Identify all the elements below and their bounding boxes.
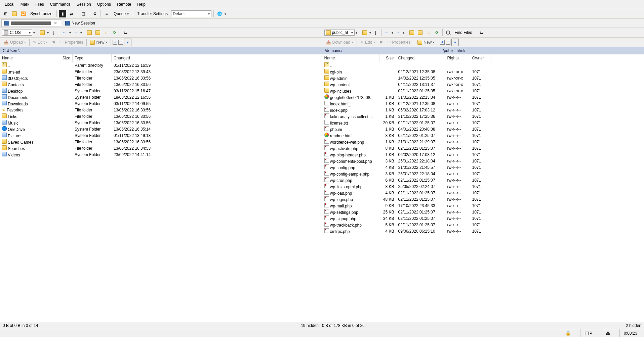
filter-icon[interactable]: [ bbox=[50, 29, 57, 36]
list-item[interactable]: wordfence-waf.php1 KB31/01/2022 21:29:07… bbox=[322, 139, 644, 145]
home-icon[interactable]: ⌂ bbox=[425, 29, 432, 36]
new-session-button[interactable]: New Session bbox=[63, 20, 98, 27]
console-icon[interactable]: ▮ bbox=[59, 10, 66, 17]
connection-icon[interactable]: 🖧 bbox=[602, 329, 614, 337]
delete-button[interactable]: ✖ bbox=[378, 39, 385, 45]
chevron-down-icon[interactable]: ▾ bbox=[80, 31, 82, 35]
open-folder-icon[interactable] bbox=[39, 29, 46, 36]
list-item[interactable]: wp-activate.php8 KB02/11/2022 01:25:07rw… bbox=[322, 145, 644, 151]
menu-options[interactable]: Options bbox=[94, 1, 114, 8]
props-button[interactable]: ⬚ Properties bbox=[386, 39, 412, 45]
edit-button[interactable]: ✎ Edit ▾ bbox=[31, 39, 49, 45]
list-item[interactable]: SearchesFile folder13/06/2022 16:34:53 bbox=[0, 145, 322, 151]
list-item[interactable]: xmlrpc.php4 KB09/06/2020 06:25:10rw-r--r… bbox=[322, 228, 644, 234]
toggle-icon[interactable]: ⇄ bbox=[68, 10, 75, 17]
remote-file-list[interactable]: .. cgi-bin02/12/2021 12:35:08rwxr-xr-x10… bbox=[322, 62, 644, 322]
upload-button[interactable]: 📤 Upload ▾ bbox=[2, 39, 28, 45]
transfer-settings-combo[interactable]: Default▾ bbox=[171, 10, 211, 17]
find-icon[interactable] bbox=[444, 29, 452, 36]
find-files-button[interactable]: Find Files bbox=[453, 30, 474, 36]
plus-button[interactable]: + bbox=[113, 40, 117, 45]
col-name[interactable]: Name bbox=[0, 54, 57, 62]
list-item[interactable]: php.ini1 KB04/01/2022 20:48:38rw-r--r--1… bbox=[322, 126, 644, 132]
list-item[interactable]: .ms-adFile folder23/08/2022 13:39:43 bbox=[0, 68, 322, 75]
col-size[interactable]: Size bbox=[57, 54, 73, 62]
root-dir-icon[interactable] bbox=[416, 29, 424, 36]
minus-button[interactable]: − bbox=[446, 40, 450, 45]
chevron-down-icon[interactable]: ▾ bbox=[356, 31, 357, 35]
back-button[interactable]: ← bbox=[61, 29, 68, 36]
chevron-down-icon[interactable]: ▾ bbox=[392, 31, 393, 35]
menu-commands[interactable]: Commands bbox=[47, 1, 73, 8]
parent-dir-icon[interactable] bbox=[408, 29, 415, 36]
col-rights[interactable]: Rights bbox=[445, 54, 470, 62]
sync-icon[interactable]: 🔁 bbox=[19, 10, 27, 17]
list-item[interactable]: wp-content04/11/2022 13:11:37rwxr-xr-x10… bbox=[322, 81, 644, 88]
list-item[interactable]: wp-links-opml.php3 KB25/05/2022 02:24:07… bbox=[322, 183, 644, 190]
list-item[interactable]: license.txt20 KB02/11/2022 01:25:07rw-r-… bbox=[322, 119, 644, 126]
col-type[interactable]: Type bbox=[73, 54, 112, 62]
list-item[interactable]: LinksFile folder13/06/2022 16:33:56 bbox=[0, 113, 322, 119]
list-item[interactable]: wp-config-sample.php3 KB25/01/2022 22:18… bbox=[322, 171, 644, 177]
minus-button[interactable]: − bbox=[118, 40, 123, 45]
queue-icon[interactable]: ≡ bbox=[103, 10, 110, 17]
filter-toggle[interactable]: ▾ bbox=[451, 39, 459, 46]
list-item[interactable]: MusicSystem Folder13/06/2022 16:33:56 bbox=[0, 119, 322, 126]
list-item[interactable]: wp-signup.php34 KB02/11/2022 01:25:07rw-… bbox=[322, 215, 644, 222]
list-item[interactable]: ..Parent directory01/11/2022 12:16:59 bbox=[0, 62, 322, 68]
list-item[interactable]: cgi-bin02/12/2021 12:35:08rwxr-xr-x1071 bbox=[322, 68, 644, 75]
open-folder-icon[interactable] bbox=[361, 29, 368, 36]
col-name[interactable]: Name bbox=[322, 54, 379, 62]
filter-icon[interactable]: [ bbox=[372, 29, 379, 36]
globe-icon[interactable]: 🌐 bbox=[216, 10, 223, 17]
menu-remote[interactable]: Remote bbox=[114, 1, 134, 8]
chevron-down-icon[interactable]: ▾ bbox=[33, 31, 35, 35]
chevron-down-icon[interactable]: ▾ bbox=[47, 31, 49, 35]
list-item[interactable]: wp-blog-header.php1 KB06/02/2020 17:03:1… bbox=[322, 151, 644, 158]
list-item[interactable]: wp-trackback.php5 KB02/11/2022 01:25:07r… bbox=[322, 222, 644, 228]
lock-status[interactable]: 🔒 bbox=[561, 329, 575, 337]
list-item[interactable]: index.html_1 KB02/12/2021 12:35:08rw-r--… bbox=[322, 100, 644, 107]
close-icon[interactable]: ✕ bbox=[53, 21, 58, 26]
list-item[interactable]: 3D ObjectsFile folder13/06/2022 16:33:56 bbox=[0, 75, 322, 81]
menu-local[interactable]: Local bbox=[2, 1, 17, 8]
list-item[interactable]: wp-mail.php9 KB17/10/2022 23:45:33rw-r--… bbox=[322, 202, 644, 209]
list-item[interactable]: ★ FavoritesFile folder13/06/2022 16:33:5… bbox=[0, 107, 322, 113]
list-item[interactable]: ContactsFile folder13/06/2022 16:33:56 bbox=[0, 81, 322, 88]
layout-icon[interactable]: ◫ bbox=[79, 10, 87, 17]
list-item[interactable]: DesktopSystem Folder03/11/2022 15:16:47 bbox=[0, 88, 322, 94]
compare-icon[interactable]: ⊞ bbox=[2, 10, 9, 17]
refresh-icon[interactable]: ⟳ bbox=[111, 29, 118, 36]
list-item[interactable]: Saved GamesFile folder13/06/2022 16:33:5… bbox=[0, 139, 322, 145]
list-item[interactable]: DocumentsSystem Folder18/08/2022 12:16:5… bbox=[0, 94, 322, 100]
list-item[interactable]: wp-includes02/11/2022 01:25:05rwxr-xr-x1… bbox=[322, 88, 644, 94]
menu-files[interactable]: Files bbox=[33, 1, 46, 8]
plus-button[interactable]: + bbox=[440, 40, 445, 45]
gear-icon[interactable]: ⚙ bbox=[91, 10, 98, 17]
list-item[interactable]: wp-config.php4 KB31/01/2022 21:45:57rw-r… bbox=[322, 164, 644, 171]
list-item[interactable]: koko-analytics-collect....1 KB31/10/2022… bbox=[322, 113, 644, 119]
list-item[interactable]: wp-admin14/02/2022 12:35:05rwxr-xr-x1071 bbox=[322, 75, 644, 81]
drive-combo[interactable]: C: OS▾ bbox=[2, 30, 32, 36]
list-item[interactable]: wp-comments-post.php3 KB25/01/2022 22:18… bbox=[322, 158, 644, 164]
list-item[interactable]: PicturesSystem Folder01/11/2022 13:49:13 bbox=[0, 132, 322, 139]
list-item[interactable]: OneDriveSystem Folder13/06/2022 16:35:14 bbox=[0, 126, 322, 132]
col-changed[interactable]: Changed bbox=[396, 54, 445, 62]
filter-toggle[interactable]: ▾ bbox=[124, 39, 131, 46]
list-item[interactable]: readme.html8 KB02/11/2022 01:25:07rw-r--… bbox=[322, 132, 644, 139]
list-item[interactable]: DownloadsSystem Folder03/11/2022 14:09:5… bbox=[0, 100, 322, 107]
list-item[interactable]: wp-login.php48 KB02/11/2022 01:25:07rw-r… bbox=[322, 196, 644, 202]
menu-mark[interactable]: Mark bbox=[18, 1, 32, 8]
session-tab-active[interactable]: ✕ bbox=[1, 19, 61, 27]
list-item[interactable]: wp-settings.php25 KB02/11/2022 01:25:07r… bbox=[322, 209, 644, 215]
new-button[interactable]: New ▾ bbox=[416, 39, 436, 45]
col-size[interactable]: Size bbox=[379, 54, 396, 62]
list-item[interactable]: index.php1 KB06/02/2020 17:03:12rw-r--r-… bbox=[322, 107, 644, 113]
remote-path[interactable]: /domains/ /public_html/ bbox=[322, 47, 644, 54]
refresh-icon[interactable]: ⟳ bbox=[433, 29, 441, 36]
list-item[interactable]: wp-load.php4 KB02/11/2022 01:25:07rw-r--… bbox=[322, 190, 644, 196]
chevron-down-icon[interactable]: ▾ bbox=[369, 31, 371, 35]
menu-session[interactable]: Session bbox=[74, 1, 94, 8]
forward-button[interactable]: → bbox=[394, 29, 402, 36]
props-button[interactable]: ⬚ Properties bbox=[58, 39, 85, 45]
